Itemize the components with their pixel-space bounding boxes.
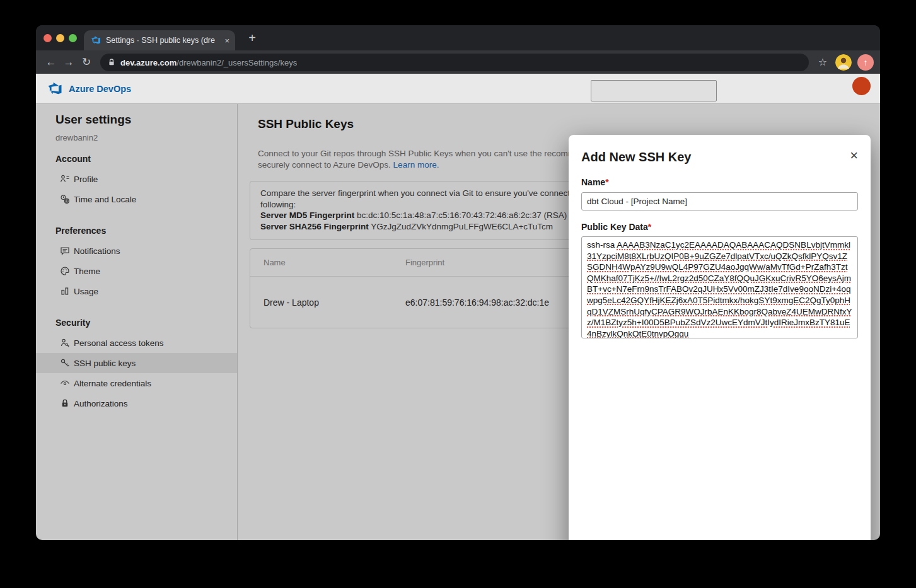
theme-icon <box>60 266 70 276</box>
modal-title: Add New SSH Key <box>581 150 691 164</box>
window-close-button[interactable] <box>43 34 52 42</box>
lock-icon <box>60 398 70 408</box>
azure-devops-header: Azure DevOps <box>36 74 880 104</box>
window-zoom-button[interactable] <box>69 34 77 42</box>
person-icon <box>60 174 70 184</box>
name-input[interactable]: dbt Cloud - [Project Name] <box>581 192 858 210</box>
learn-more-link[interactable]: Learn more. <box>393 160 439 170</box>
name-field-label: Name* <box>581 177 858 187</box>
new-tab-button[interactable]: + <box>244 30 260 47</box>
azure-devops-favicon <box>91 35 101 45</box>
settings-sidebar: User settings drewbanin2 Account Profile… <box>36 104 238 540</box>
eye-icon <box>60 378 70 388</box>
browser-toolbar: ← → ↻ dev.azure.com/drewbanin2/_usersSet… <box>36 50 880 74</box>
refresh-icon[interactable]: ↻ <box>78 54 95 71</box>
sha256-label: Server SHA256 Fingerprint <box>260 222 369 231</box>
required-asterisk: * <box>648 222 651 232</box>
sidebar-username: drewbanin2 <box>55 133 237 142</box>
sidebar-item-personal-access-tokens[interactable]: Personal access tokens <box>36 333 237 353</box>
tab-close-icon[interactable]: × <box>224 36 229 45</box>
required-asterisk: * <box>605 177 608 187</box>
url-host: dev.azure.com <box>120 58 177 67</box>
back-icon[interactable]: ← <box>42 54 60 71</box>
sidebar-item-label: SSH public keys <box>74 359 136 368</box>
lock-icon <box>108 59 115 66</box>
window-minimize-button[interactable] <box>56 34 64 42</box>
browser-window: Settings · SSH public keys (dre × + ← → … <box>36 25 880 540</box>
sidebar-section-security: Security <box>55 318 237 328</box>
public-key-label-text: Public Key Data <box>581 222 648 232</box>
sidebar-section-account: Account <box>55 154 237 164</box>
time-locale-icon <box>60 194 70 204</box>
sidebar-item-label: Personal access tokens <box>74 338 164 348</box>
md5-value: bc:dc:10:5c:1a:48:a7:c5:16:70:43:72:46:a… <box>354 210 567 220</box>
public-key-textarea[interactable]: ssh-rsa AAAAB3NzaC1yc2EAAAADAQABAAACAQDS… <box>581 236 858 338</box>
sidebar-item-usage[interactable]: Usage <box>36 281 237 301</box>
notifications-icon <box>60 246 70 256</box>
tab-title: Settings · SSH public keys (dre <box>106 36 219 45</box>
address-bar[interactable]: dev.azure.com/drewbanin2/_usersSettings/… <box>100 54 809 71</box>
sidebar-item-ssh-public-keys[interactable]: SSH public keys <box>36 353 237 373</box>
forward-icon[interactable]: → <box>60 54 78 71</box>
close-icon[interactable]: × <box>850 149 858 163</box>
url-path: /drewbanin2/_usersSettings/keys <box>177 58 297 67</box>
sidebar-item-label: Authorizations <box>74 399 128 408</box>
usage-icon <box>60 286 70 296</box>
name-label-text: Name <box>581 177 605 187</box>
intro-line-2: securely connect to Azure DevOps. <box>258 160 393 170</box>
key-name-cell: Drew - Laptop <box>250 297 405 308</box>
brand-title[interactable]: Azure DevOps <box>69 84 131 94</box>
ssh-key-icon <box>60 358 70 368</box>
browser-update-icon[interactable]: ↑ <box>857 54 874 71</box>
browser-tab[interactable]: Settings · SSH public keys (dre × <box>84 30 235 50</box>
add-ssh-key-modal: Add New SSH Key × Name* dbt Cloud - [Pro… <box>569 135 871 540</box>
user-avatar[interactable] <box>852 77 871 95</box>
name-input-value: dbt Cloud - [Project Name] <box>587 197 687 206</box>
sidebar-title: User settings <box>55 113 237 127</box>
sha256-value: YGzJgZudZVkYdnmgPuLFFgWE6CLA+cTuTcm <box>369 222 553 231</box>
sidebar-item-label: Alternate credentials <box>74 379 151 388</box>
sidebar-item-notifications[interactable]: Notifications <box>36 241 237 261</box>
sidebar-item-label: Notifications <box>74 246 120 256</box>
public-key-field-label: Public Key Data* <box>581 222 858 232</box>
key-body-text: AAAAB3NzaC1yc2EAAAADAQABAAACAQDSNBLvbjtV… <box>587 240 852 338</box>
sidebar-item-label: Theme <box>74 267 100 276</box>
sidebar-item-time-and-locale[interactable]: Time and Locale <box>36 189 237 209</box>
sidebar-section-preferences: Preferences <box>55 226 237 236</box>
column-header-name: Name <box>250 258 405 267</box>
personal-access-tokens-icon <box>60 338 70 348</box>
sidebar-item-label: Profile <box>74 175 98 184</box>
sidebar-item-label: Time and Locale <box>74 195 136 204</box>
sidebar-item-label: Usage <box>74 287 98 296</box>
sidebar-item-authorizations[interactable]: Authorizations <box>36 393 237 413</box>
tab-strip: Settings · SSH public keys (dre × + <box>36 25 880 50</box>
sidebar-item-profile[interactable]: Profile <box>36 169 237 189</box>
sidebar-item-theme[interactable]: Theme <box>36 261 237 281</box>
header-search-input[interactable] <box>591 80 717 101</box>
page-title: SSH Public Keys <box>258 117 354 131</box>
azure-devops-logo[interactable] <box>47 81 62 96</box>
sidebar-item-alternate-credentials[interactable]: Alternate credentials <box>36 373 237 393</box>
browser-profile-avatar[interactable] <box>835 54 852 71</box>
key-intro-text: ssh-rsa <box>587 240 617 250</box>
md5-label: Server MD5 Fingerprint <box>260 210 354 220</box>
bookmark-star-icon[interactable]: ☆ <box>815 56 830 68</box>
page: Azure DevOps User settings drewbanin2 Ac… <box>36 74 880 540</box>
